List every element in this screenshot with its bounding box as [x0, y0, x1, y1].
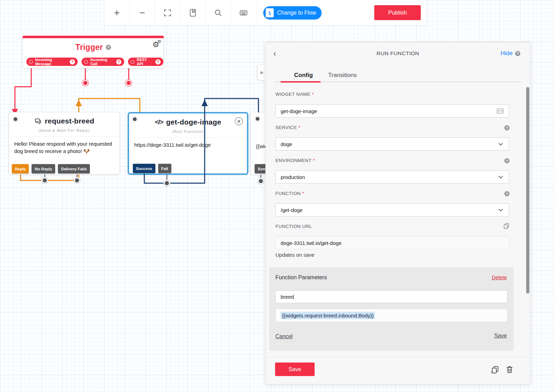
widget-get-doge-image[interactable]: ✕ </> get-doge-image (Run Function) http… [128, 112, 248, 175]
updates-on-save-note: Updates on save [275, 252, 315, 258]
widget-title: get-doge-image [166, 118, 221, 126]
save-parameter-link[interactable]: Save [494, 333, 507, 339]
transition-reply[interactable]: Reply [12, 164, 29, 173]
widget-title: request-breed [45, 117, 94, 125]
trigger-pill-rest-api[interactable]: REST API [128, 58, 163, 66]
widget-name-value: get-doge-image [281, 108, 317, 114]
endpoint-dot-gray [42, 177, 264, 185]
environment-select[interactable]: production [275, 170, 509, 184]
input-port[interactable] [131, 116, 138, 122]
arrowhead-navy-up [202, 100, 208, 106]
widget-name-field[interactable]: get-doge-image [275, 104, 509, 118]
help-icon[interactable] [70, 59, 75, 65]
gear-icon[interactable]: ⚙⚙ [152, 40, 159, 49]
circle-icon [84, 60, 88, 64]
environment-label: ENVIRONMENT [275, 158, 315, 163]
expand-icon [163, 8, 172, 17]
tab-config[interactable]: Config [294, 72, 313, 79]
transition-delivery-fails[interactable]: Delivery Fails [58, 164, 90, 173]
function-value: /get-doge [281, 207, 302, 213]
pill-label: REST API [137, 58, 153, 66]
endpoint-dot-red [82, 80, 132, 86]
function-label: FUNCTION [275, 191, 304, 196]
help-icon[interactable] [504, 191, 510, 196]
help-icon[interactable] [106, 45, 111, 50]
service-value: doge [281, 141, 292, 147]
widget-body-text: https://doge-3311.twil.io/get-doge [129, 138, 247, 149]
parameter-key-input[interactable] [275, 290, 507, 303]
run-function-panel: ‹ RUN FUNCTION Hide Config Transitions W… [265, 42, 530, 384]
help-icon[interactable] [504, 158, 510, 163]
id-card-icon [496, 107, 504, 115]
trigger-accent-bar [23, 36, 164, 38]
chevron-down-icon [497, 174, 504, 180]
function-url-label: FUNCTION URL [275, 224, 312, 229]
shortcuts-button[interactable] [231, 0, 256, 25]
code-icon: </> [155, 118, 163, 126]
circle-icon [131, 60, 134, 64]
search-icon [214, 8, 223, 17]
zoom-out-button[interactable]: − [130, 0, 155, 25]
canvas-toolbar: + − 1 Change to Flow Publish [104, 0, 427, 26]
minus-icon: − [139, 7, 145, 18]
environment-value: production [281, 174, 305, 180]
circle-icon [29, 60, 33, 64]
help-icon[interactable] [515, 51, 520, 56]
help-icon[interactable] [116, 59, 121, 65]
input-port[interactable] [254, 116, 261, 122]
parameter-value-token: {{widgets.request-breed.inbound.Body}} [281, 312, 375, 319]
panel-footer: Save [266, 357, 530, 384]
pill-label: Incoming Call [90, 58, 113, 66]
widget-name-label: WIDGET NAME [275, 92, 314, 97]
arrowhead-orange-up [76, 100, 82, 106]
back-chevron-icon[interactable]: ‹ [273, 49, 276, 58]
double-chevron-right-icon: » [260, 69, 263, 76]
tab-transitions[interactable]: Transitions [328, 72, 357, 79]
function-parameters-section: Function Parameters Delete {{widgets.req… [269, 267, 514, 351]
panel-header: ‹ RUN FUNCTION Hide [266, 43, 530, 64]
cancel-parameter-link[interactable]: Cancel [275, 333, 293, 340]
widget-request-breed[interactable]: request-breed (Send & Wait For Reply) He… [9, 112, 120, 174]
service-select[interactable]: doge [275, 137, 509, 151]
transition-no-reply[interactable]: No Reply [32, 164, 55, 173]
help-icon[interactable] [504, 125, 510, 130]
panel-tabs: Config Transitions [266, 72, 530, 84]
transition-success[interactable]: Success [133, 164, 155, 173]
service-label: SERVICE [275, 125, 300, 130]
trigger-title: Trigger [75, 43, 103, 52]
function-parameters-title: Function Parameters [275, 274, 327, 281]
function-url-field: doge-3311.twil.io/get-doge [275, 236, 509, 249]
delete-parameter-link[interactable]: Delete [492, 274, 507, 280]
save-button[interactable]: Save [275, 363, 315, 376]
parameter-value-field[interactable]: {{widgets.request-breed.inbound.Body}} [275, 309, 507, 322]
trigger-pill-incoming-call[interactable]: Incoming Call [82, 58, 124, 66]
hide-label: Hide [501, 50, 513, 57]
step-badge: 1 [266, 8, 274, 17]
close-icon[interactable]: ✕ [235, 117, 243, 125]
panel-title: RUN FUNCTION [266, 50, 530, 57]
search-button[interactable] [206, 0, 231, 25]
trigger-pill-incoming-message[interactable]: Incoming Message [26, 58, 78, 66]
widget-trigger[interactable]: Trigger ⚙⚙ Incoming Message Incoming Cal… [23, 36, 164, 68]
pill-label: Incoming Message [35, 58, 67, 66]
endpoint-dot-gray [164, 180, 170, 187]
change-to-flow-button[interactable]: 1 Change to Flow [263, 6, 322, 19]
chevron-down-icon [497, 141, 504, 147]
hide-panel-button[interactable]: Hide [501, 50, 520, 57]
panel-scrollbar[interactable] [526, 87, 529, 293]
function-select[interactable]: /get-doge [275, 203, 509, 216]
delete-widget-icon[interactable] [505, 365, 514, 374]
tab-active-indicator [281, 81, 321, 83]
keyboard-icon [239, 8, 248, 17]
transition-fail[interactable]: Fail [158, 164, 171, 173]
widget-type-label: (Run Function) [129, 129, 247, 134]
copy-icon[interactable] [503, 222, 510, 231]
input-port[interactable] [12, 116, 19, 122]
change-to-flow-label: Change to Flow [277, 10, 316, 16]
notes-button[interactable] [180, 0, 206, 25]
zoom-in-button[interactable]: + [104, 0, 130, 25]
publish-button[interactable]: Publish [374, 5, 421, 20]
duplicate-widget-icon[interactable] [490, 365, 500, 374]
fit-view-button[interactable] [155, 0, 180, 25]
help-icon[interactable] [155, 59, 161, 65]
